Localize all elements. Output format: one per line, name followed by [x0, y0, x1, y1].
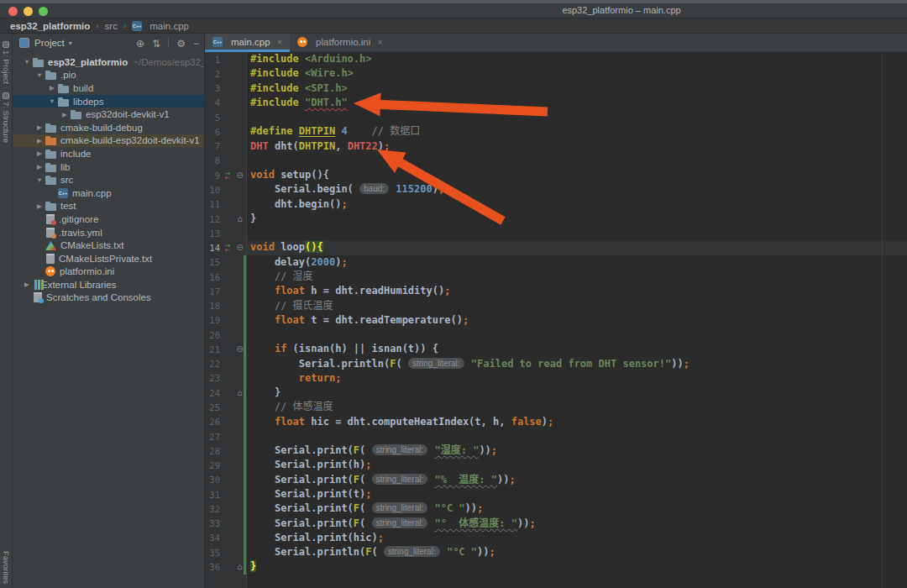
project-panel-title[interactable]: Project	[34, 38, 65, 48]
close-tab-icon[interactable]: ×	[277, 37, 282, 47]
code-line-16[interactable]: // 湿度	[247, 270, 907, 284]
tree-item-cmake-build-esp32doit-devkit-v1[interactable]: ▶cmake-build-esp32doit-devkit-v1	[13, 134, 204, 148]
gutter-line-21[interactable]: 21⊖	[205, 342, 246, 356]
tree-item-.pio[interactable]: ▼.pio	[13, 69, 204, 82]
code-line-30[interactable]: Serial.print(F( string_literal: "% 温度: "…	[247, 473, 907, 487]
gutter-line-3[interactable]: 3	[205, 81, 246, 96]
code-line-7[interactable]: DHT dht(DHTPIN, DHT22);	[247, 139, 907, 154]
tree-item-libdeps[interactable]: ▼libdeps	[13, 95, 204, 108]
chevron-open-icon[interactable]: ▼	[34, 71, 45, 79]
tree-item-platformio.ini[interactable]: platformio.ini	[13, 265, 204, 279]
collapse-all-icon[interactable]: ⇅	[152, 38, 160, 50]
gutter-line-20[interactable]: 20	[205, 328, 246, 342]
tree-item-esp32_platformio[interactable]: ▼esp32_platformio~/Demos/esp32_platform	[13, 55, 204, 69]
fold-marker[interactable]: ⌂	[234, 389, 245, 397]
tree-item-esp32doit-devkit-v1[interactable]: ▶esp32doit-devkit-v1	[13, 108, 204, 121]
tab-platformio-ini[interactable]: platformio.ini ×	[290, 34, 391, 52]
fold-marker[interactable]: ⊖	[234, 345, 245, 354]
code-line-36[interactable]: }	[247, 559, 907, 574]
tree-item-main.cpp[interactable]: C++main.cpp	[13, 186, 204, 200]
code-line-5[interactable]	[247, 110, 907, 124]
settings-icon[interactable]: ⚙	[176, 38, 186, 50]
gutter-line-22[interactable]: 22	[205, 357, 246, 371]
chevron-down-icon[interactable]: ▾	[69, 39, 72, 47]
code-line-34[interactable]: Serial.print(hic);	[247, 531, 907, 545]
code-line-25[interactable]: // 体感温度	[247, 400, 907, 414]
gutter-line-7[interactable]: 7	[205, 139, 246, 154]
code-line-21[interactable]: if (isnan(h) || isnan(t)) {	[247, 342, 907, 356]
gutter-line-5[interactable]: 5	[205, 110, 246, 124]
breadcrumb-project[interactable]: esp32_platformio	[10, 21, 90, 31]
hide-panel-icon[interactable]: −	[193, 38, 199, 50]
code-line-28[interactable]: Serial.print(F( string_literal: "湿度: "))…	[247, 444, 907, 458]
code-line-20[interactable]	[247, 328, 907, 342]
gutter-line-28[interactable]: 28	[205, 444, 246, 458]
fold-marker[interactable]: ⊖	[234, 244, 245, 252]
code-line-23[interactable]: return;	[247, 371, 907, 386]
chevron-closed-icon[interactable]: ▶	[34, 137, 45, 144]
gutter-line-13[interactable]: 13	[205, 226, 246, 240]
tree-item-.gitignore[interactable]: .gitignore	[13, 213, 204, 226]
tree-item-External Libraries[interactable]: ▶External Libraries	[13, 278, 204, 291]
chevron-closed-icon[interactable]: ▶	[46, 84, 58, 92]
gutter-line-34[interactable]: 34	[205, 531, 246, 545]
nav-arrows-icon[interactable]: →←	[221, 170, 234, 181]
nav-arrows-icon[interactable]: →←	[221, 242, 234, 254]
fold-marker[interactable]: ⌂	[234, 215, 245, 223]
code-line-2[interactable]: #include <Wire.h>	[247, 66, 907, 81]
tree-item-test[interactable]: ▶test	[13, 200, 204, 213]
gutter-line-29[interactable]: 29	[205, 458, 246, 472]
tree-item-cmake-build-debug[interactable]: ▶cmake-build-debug	[13, 121, 204, 134]
tree-item-build[interactable]: ▶build	[13, 81, 204, 95]
code-line-4[interactable]: #include "DHT.h"	[247, 96, 907, 110]
gutter-line-23[interactable]: 23	[205, 371, 246, 386]
code-line-29[interactable]: Serial.print(h);	[247, 458, 907, 472]
breadcrumb-src[interactable]: src	[105, 21, 118, 31]
close-button[interactable]	[8, 7, 18, 16]
gutter-line-8[interactable]: 8	[205, 154, 246, 168]
gutter-line-17[interactable]: 17	[205, 284, 246, 298]
chevron-closed-icon[interactable]: ▶	[59, 111, 71, 118]
chevron-closed-icon[interactable]: ▶	[34, 150, 45, 157]
gutter-line-32[interactable]: 32	[205, 501, 246, 516]
code-line-14[interactable]: void loop(){	[247, 240, 907, 255]
chevron-open-icon[interactable]: ▼	[21, 58, 33, 66]
fold-marker[interactable]: ⊖	[234, 171, 245, 180]
gutter-line-4[interactable]: 4	[205, 96, 246, 110]
gutter-line-9[interactable]: 9→←⊖	[205, 168, 246, 182]
gutter-line-19[interactable]: 19	[205, 313, 246, 328]
minimize-button[interactable]	[24, 7, 33, 16]
tree-item-include[interactable]: ▶include	[13, 147, 204, 160]
code-line-8[interactable]	[247, 154, 907, 168]
code-line-11[interactable]: dht.begin();	[247, 197, 907, 212]
chevron-open-icon[interactable]: ▼	[46, 97, 58, 105]
code-line-33[interactable]: Serial.print(F( string_literal: "° 体感温度:…	[247, 517, 907, 531]
gutter-line-24[interactable]: 24⌂	[205, 386, 246, 400]
gutter-line-15[interactable]: 15	[205, 255, 246, 270]
gutter-line-33[interactable]: 33	[205, 517, 246, 531]
code-line-24[interactable]: }	[247, 386, 907, 400]
gutter-line-27[interactable]: 27	[205, 429, 246, 444]
gutter-line-26[interactable]: 26	[205, 415, 246, 429]
code-line-12[interactable]: }	[247, 212, 907, 226]
code-line-15[interactable]: delay(2000);	[247, 255, 907, 270]
code-line-19[interactable]: float t = dht.readTemperature();	[247, 313, 907, 328]
gutter-line-14[interactable]: 14→←⊖	[205, 240, 246, 255]
code-line-17[interactable]: float h = dht.readHumidity();	[247, 284, 907, 298]
tree-item-CMakeListsPrivate.txt[interactable]: CMakeListsPrivate.txt	[13, 252, 204, 265]
locate-icon[interactable]: ⊕	[136, 38, 144, 50]
zoom-button[interactable]	[39, 7, 48, 16]
code-line-9[interactable]: void setup(){	[247, 168, 907, 182]
code-line-26[interactable]: float hic = dht.computeHeatIndex(t, h, f…	[247, 415, 907, 429]
chevron-closed-icon[interactable]: ▶	[34, 163, 45, 171]
gutter-line-18[interactable]: 18	[205, 299, 246, 313]
code-line-27[interactable]	[247, 429, 907, 444]
tab-main-cpp[interactable]: C++ main.cpp ×	[205, 34, 290, 52]
chevron-closed-icon[interactable]: ▶	[34, 202, 45, 210]
gutter-line-1[interactable]: 1	[205, 52, 246, 66]
chevron-open-icon[interactable]: ▼	[34, 176, 45, 184]
tree-item-CMakeLists.txt[interactable]: CMakeLists.txt	[13, 239, 204, 252]
fold-marker[interactable]: ⌂	[234, 563, 245, 571]
tree-item-.travis.yml[interactable]: .travis.yml	[13, 226, 204, 239]
chevron-closed-icon[interactable]: ▶	[21, 281, 33, 288]
